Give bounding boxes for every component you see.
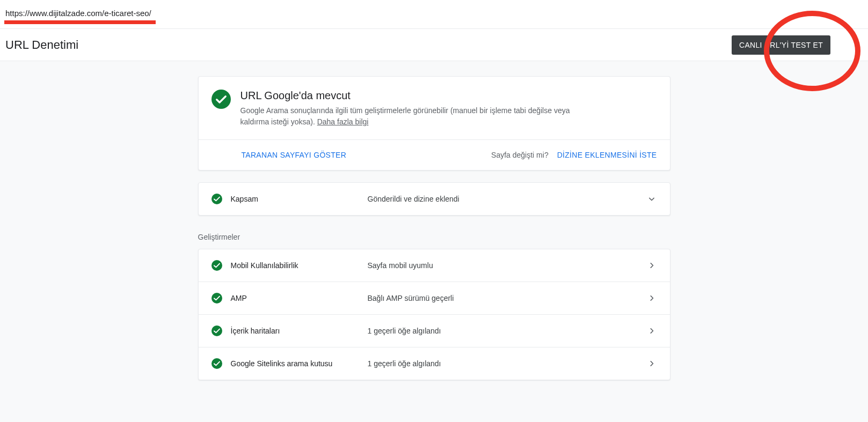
chevron-right-icon — [646, 293, 657, 303]
chevron-down-icon — [646, 194, 657, 204]
svg-point-2 — [211, 260, 222, 271]
status-title: URL Google'da mevcut — [240, 90, 584, 102]
enhancement-value: Sayfa mobil uyumlu — [368, 261, 646, 270]
learn-more-link[interactable]: Daha fazla bilgi — [317, 117, 369, 126]
check-circle-icon — [211, 293, 222, 303]
page-header: URL Denetimi CANLI URL'Yİ TEST ET — [0, 29, 868, 61]
enhancement-row[interactable]: Mobil Kullanılabilirlik Sayfa mobil uyum… — [199, 249, 670, 282]
annotation-underline — [4, 20, 156, 24]
check-circle-icon — [211, 358, 222, 369]
status-card-actions-right: Sayfa değişti mi? DİZİNE EKLENMESİNİ İST… — [491, 151, 657, 159]
chevron-right-icon — [646, 325, 657, 336]
enhancements-section-label: Geliştirmeler — [198, 233, 670, 241]
check-circle-icon — [211, 325, 222, 336]
page-changed-label: Sayfa değişti mi? — [491, 151, 549, 159]
status-text-block: URL Google'da mevcut Google Arama sonuçl… — [240, 90, 584, 128]
top-url-bar: https://www.dijitalzade.com/e-ticaret-se… — [0, 0, 868, 29]
enhancement-value: 1 geçerli öğe algılandı — [368, 359, 646, 368]
check-circle-icon — [211, 90, 231, 109]
enhancement-value: 1 geçerli öğe algılandı — [368, 327, 646, 335]
status-description: Google Arama sonuçlarında ilgili tüm gel… — [240, 105, 584, 128]
view-crawled-page-button[interactable]: TARANAN SAYFAYI GÖSTER — [242, 151, 347, 159]
enhancement-label: Google Sitelinks arama kutusu — [231, 359, 368, 368]
page-title: URL Denetimi — [5, 38, 78, 52]
svg-point-4 — [211, 325, 222, 336]
status-description-text: Google Arama sonuçlarında ilgili tüm gel… — [240, 106, 570, 126]
inspected-url[interactable]: https://www.dijitalzade.com/e-ticaret-se… — [5, 9, 151, 18]
enhancement-value: Bağlı AMP sürümü geçerli — [368, 294, 646, 302]
enhancement-label: Mobil Kullanılabilirlik — [231, 261, 368, 270]
check-circle-icon — [211, 260, 222, 271]
status-card-actions: TARANAN SAYFAYI GÖSTER Sayfa değişti mi?… — [199, 139, 670, 170]
coverage-card[interactable]: Kapsam Gönderildi ve dizine eklendi — [198, 182, 670, 216]
enhancements-card: Mobil Kullanılabilirlik Sayfa mobil uyum… — [198, 249, 670, 380]
enhancement-label: İçerik haritaları — [231, 327, 368, 335]
coverage-row[interactable]: Kapsam Gönderildi ve dizine eklendi — [199, 183, 670, 215]
enhancement-label: AMP — [231, 294, 368, 302]
check-circle-icon — [211, 194, 222, 204]
status-card-top: URL Google'da mevcut Google Arama sonuçl… — [199, 77, 670, 139]
enhancement-row[interactable]: AMP Bağlı AMP sürümü geçerli — [199, 282, 670, 314]
enhancement-row[interactable]: İçerik haritaları 1 geçerli öğe algıland… — [199, 314, 670, 347]
test-live-url-button[interactable]: CANLI URL'Yİ TEST ET — [732, 35, 830, 55]
coverage-value: Gönderildi ve dizine eklendi — [368, 195, 646, 203]
svg-point-3 — [211, 293, 222, 303]
chevron-right-icon — [646, 260, 657, 271]
chevron-right-icon — [646, 358, 657, 369]
coverage-label: Kapsam — [231, 195, 368, 203]
content-area: URL Google'da mevcut Google Arama sonuçl… — [0, 61, 868, 422]
svg-point-0 — [211, 90, 231, 109]
enhancement-row[interactable]: Google Sitelinks arama kutusu 1 geçerli … — [199, 347, 670, 380]
svg-point-1 — [211, 194, 222, 204]
request-indexing-button[interactable]: DİZİNE EKLENMESİNİ İSTE — [557, 151, 657, 159]
status-card: URL Google'da mevcut Google Arama sonuçl… — [198, 76, 670, 171]
svg-point-5 — [211, 358, 222, 369]
